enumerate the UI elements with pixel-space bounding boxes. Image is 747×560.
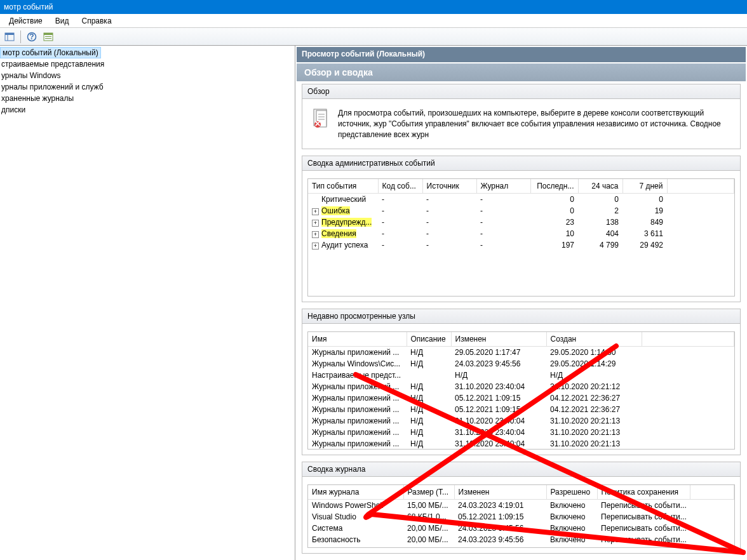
expand-icon[interactable]: + [312, 208, 319, 215]
journal-col-enabled[interactable]: Разрешено [546, 485, 597, 500]
summary-col-type[interactable]: Тип события [308, 179, 378, 194]
toolbar-help-icon[interactable]: ? [25, 30, 39, 44]
recent-row[interactable]: Журналы приложений ...Н/Д29.05.2020 1:17… [308, 347, 734, 359]
recent-row[interactable]: Журналы приложений ...Н/Д31.10.2020 23:4… [308, 427, 734, 438]
journal-section: Сводка журнала Имя журнала Размер (Т... … [302, 462, 741, 554]
expand-icon[interactable]: + [312, 231, 319, 238]
svg-rect-7 [45, 36, 51, 37]
recent-row[interactable]: Журналы приложений ...Н/Д31.10.2020 23:4… [308, 438, 734, 450]
recent-row[interactable]: Журналы приложений ...Н/Д05.12.2021 1:09… [308, 404, 734, 415]
summary-col-code[interactable]: Код соб... [378, 179, 422, 194]
summary-section: Сводка административных событий Тип собы… [302, 156, 741, 302]
content-title: Обзор и сводка [297, 63, 746, 81]
journal-row[interactable]: Система20,00 МБ/...24.03.2023 9:45:56Вкл… [308, 523, 734, 534]
svg-rect-1 [5, 33, 14, 35]
summary-col-journal[interactable]: Журнал [476, 179, 530, 194]
journal-table[interactable]: Имя журнала Размер (Т... Изменен Разреше… [308, 485, 734, 545]
journal-row[interactable]: Windows PowerShell15,00 МБ/...24.03.2023… [308, 500, 734, 512]
window-title: мотр событий [4, 3, 53, 11]
journal-col-name[interactable]: Имя журнала [308, 485, 403, 500]
summary-col-pad [667, 179, 734, 194]
journal-row[interactable]: Безопасность20,00 МБ/...24.03.2023 9:45:… [308, 534, 734, 545]
svg-text:?: ? [29, 32, 34, 41]
toolbar-separator [20, 30, 21, 43]
overview-header: Обзор [302, 84, 740, 99]
tree-root[interactable]: мотр событий (Локальный) [0, 47, 101, 58]
tree-item[interactable]: храненные журналы [0, 93, 295, 104]
recent-col-created[interactable]: Создан [546, 332, 642, 347]
tree-item[interactable]: урналы приложений и служб [0, 81, 295, 93]
menu-view[interactable]: Вид [49, 15, 76, 27]
recent-header: Недавно просмотренные узлы [302, 309, 740, 324]
summary-row[interactable]: +Аудит успеха---1974 79929 492 [308, 239, 734, 251]
journal-col-pad [690, 485, 734, 500]
journal-row[interactable]: Visual Studio68 КБ/1,0...05.12.2021 1:09… [308, 511, 734, 523]
menu-action[interactable]: Действие [3, 15, 49, 27]
recent-col-name[interactable]: Имя [308, 332, 407, 347]
toolbar: ? [0, 28, 747, 46]
recent-row[interactable]: Настраиваемые предст...Н/ДН/Д [308, 370, 734, 381]
recent-table[interactable]: Имя Описание Изменен Создан Журналы прил… [308, 332, 734, 450]
recent-col-desc[interactable]: Описание [407, 332, 451, 347]
journal-header: Сводка журнала [302, 462, 740, 477]
summary-row[interactable]: +Сведения---104043 611 [308, 228, 734, 239]
overview-text: Для просмотра событий, произошедших на к… [338, 108, 731, 140]
recent-row[interactable]: Журналы приложений ...Н/Д31.10.2020 23:4… [308, 381, 734, 392]
expand-icon[interactable]: + [312, 220, 319, 227]
svg-text:✕: ✕ [314, 119, 321, 128]
recent-col-modified[interactable]: Изменен [451, 332, 546, 347]
summary-table[interactable]: Тип события Код соб... Источник Журнал П… [308, 179, 734, 251]
window-titlebar: мотр событий [0, 0, 747, 14]
tree-item[interactable]: дписки [0, 104, 295, 116]
summary-col-24h[interactable]: 24 часа [578, 179, 622, 194]
toolbar-properties-icon[interactable] [41, 30, 55, 44]
recent-section: Недавно просмотренные узлы Имя Описание … [302, 309, 741, 455]
summary-col-last[interactable]: Последн... [530, 179, 578, 194]
menu-bar: Действие Вид Справка [0, 14, 747, 28]
content-header: Просмотр событий (Локальный) [297, 47, 746, 62]
log-icon: ✕ [311, 108, 332, 128]
overview-section: Обзор ✕ Для просмотра [302, 84, 741, 149]
svg-rect-8 [45, 38, 51, 39]
toolbar-view-icon[interactable] [3, 30, 17, 44]
svg-rect-6 [44, 33, 53, 35]
summary-row[interactable]: +Предупрежд...---23138849 [308, 217, 734, 228]
summary-col-source[interactable]: Источник [422, 179, 476, 194]
summary-row[interactable]: +Ошибка---0219 [308, 205, 734, 217]
journal-col-size[interactable]: Размер (Т... [403, 485, 454, 500]
expand-icon[interactable]: + [312, 243, 319, 250]
navigation-tree[interactable]: мотр событий (Локальный) страиваемые пре… [0, 46, 295, 560]
summary-col-7d[interactable]: 7 дней [622, 179, 667, 194]
recent-col-pad [642, 332, 734, 347]
summary-row[interactable]: Критический---000 [308, 194, 734, 206]
recent-row[interactable]: Журналы приложений ...Н/Д05.12.2021 1:09… [308, 392, 734, 404]
tree-item[interactable]: урналы Windows [0, 70, 295, 81]
menu-help[interactable]: Справка [75, 15, 118, 27]
journal-col-policy[interactable]: Политика сохранения [597, 485, 690, 500]
tree-item[interactable]: страиваемые представления [0, 58, 295, 70]
journal-col-modified[interactable]: Изменен [454, 485, 546, 500]
recent-row[interactable]: Журналы Windows\Сис...Н/Д24.03.2023 9:45… [308, 358, 734, 370]
recent-row[interactable]: Журналы приложений ...Н/Д31.10.2020 23:4… [308, 415, 734, 427]
summary-header: Сводка административных событий [302, 156, 740, 171]
